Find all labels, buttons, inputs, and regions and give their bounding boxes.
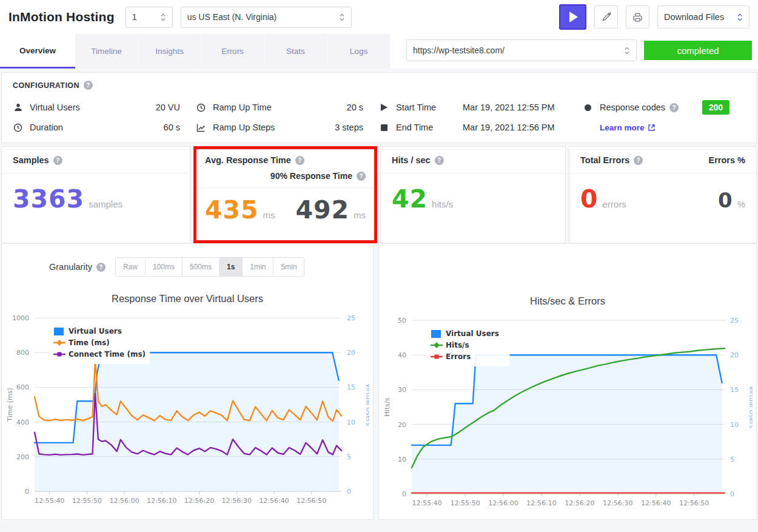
avg-response-label: Avg. Response Time: [205, 155, 291, 165]
help-icon[interactable]: ?: [435, 156, 444, 165]
edit-button[interactable]: [594, 5, 618, 29]
avg-response-card: Avg. Response Time ? 90% Response Time ?…: [193, 146, 377, 243]
granularity-1s-button[interactable]: 1s: [220, 258, 243, 276]
svg-text:10: 10: [347, 419, 355, 426]
play-icon: [569, 12, 578, 22]
chevron-updown-icon: [731, 12, 743, 22]
granularity-500ms-button[interactable]: 500ms: [183, 258, 220, 276]
svg-text:20: 20: [398, 421, 406, 429]
instance-count-select[interactable]: 1: [126, 7, 173, 28]
avg-response-unit: ms: [263, 210, 275, 220]
tab-overview[interactable]: Overview: [0, 34, 75, 69]
svg-text:200: 200: [16, 453, 29, 461]
print-button[interactable]: [626, 5, 649, 29]
tab-stats[interactable]: Stats: [264, 34, 327, 69]
help-icon[interactable]: ?: [634, 156, 643, 165]
svg-text:Virtual Users: Virtual Users: [69, 327, 122, 335]
svg-text:12:55:50: 12:55:50: [450, 499, 480, 507]
tab-insights[interactable]: Insights: [138, 34, 201, 69]
config-value: 20 VU: [156, 103, 180, 112]
hits-errors-chart-title: Hits/sec & Errors: [379, 295, 756, 307]
granularity-5min-button[interactable]: 5min: [273, 258, 304, 276]
svg-text:Time (ms): Time (ms): [69, 338, 110, 347]
run-test-button[interactable]: [559, 4, 586, 30]
response-time-chart: 12:55:4012:55:5012:56:0012:56:1012:56:20…: [5, 309, 369, 514]
clock-icon: [196, 103, 206, 112]
status-badge: completed: [644, 41, 752, 60]
config-value: 20 s: [347, 103, 363, 112]
hits-errors-chart: 12:55:4012:55:5012:56:0012:56:1012:56:20…: [383, 312, 753, 517]
svg-text:25: 25: [347, 314, 355, 322]
svg-text:Hits/s: Hits/s: [383, 397, 391, 416]
config-label: Duration: [30, 123, 63, 132]
total-errors-label: Total Errors: [580, 155, 629, 165]
svg-text:20: 20: [730, 351, 739, 359]
svg-text:0: 0: [25, 488, 29, 496]
config-response-codes: Response codes ? 200: [583, 100, 745, 115]
config-label: Ramp Up Steps: [213, 123, 275, 132]
config-label: End Time: [396, 123, 454, 132]
url-select[interactable]: https://wp-testsite8.com/: [406, 39, 637, 61]
config-ramp-up-time: Ramp Up Time 20 s: [196, 100, 379, 115]
svg-text:10: 10: [730, 421, 739, 429]
p90-response-value: 492: [295, 198, 349, 223]
configuration-card: CONFIGURATION ? Virtual Users 20 VU Ramp…: [1, 72, 757, 143]
svg-text:600: 600: [16, 383, 29, 391]
config-end-time: End Time Mar 19, 2021 12:56 PM: [379, 123, 583, 132]
granularity-1min-button[interactable]: 1min: [243, 258, 273, 276]
help-icon[interactable]: ?: [669, 103, 679, 112]
help-icon[interactable]: ?: [96, 263, 106, 272]
svg-text:0: 0: [402, 490, 406, 498]
svg-text:0: 0: [347, 488, 351, 496]
svg-text:12:56:50: 12:56:50: [297, 497, 326, 505]
hits-label: Hits / sec: [392, 155, 431, 165]
total-errors-value: 0: [580, 187, 599, 212]
granularity-raw-button[interactable]: Raw: [116, 258, 146, 276]
svg-text:15: 15: [347, 383, 355, 391]
svg-text:25: 25: [730, 317, 739, 325]
stop-icon: [379, 124, 389, 131]
response-time-chart-card: Granularity ? Raw 100ms 500ms 1s 1min 5m…: [1, 243, 374, 520]
config-virtual-users: Virtual Users 20 VU: [13, 100, 196, 115]
svg-text:400: 400: [16, 419, 29, 426]
help-icon[interactable]: ?: [295, 156, 304, 165]
ramp-icon: [196, 123, 206, 132]
svg-text:12:56:00: 12:56:00: [488, 499, 518, 507]
url-value: https://wp-testsite8.com/: [413, 45, 505, 55]
samples-card: Samples ? 3363 samples: [1, 146, 190, 243]
region-select[interactable]: us US East (N. Virginia): [181, 7, 352, 28]
svg-text:5: 5: [730, 456, 734, 463]
errors-card: Total Errors ? Errors % 0 errors 0 %: [569, 146, 757, 243]
samples-label: Samples: [13, 155, 49, 165]
config-label: Response codes: [600, 103, 665, 112]
svg-text:12:56:40: 12:56:40: [259, 497, 289, 505]
response-time-chart-title: Response Time over Virtual Users: [2, 293, 373, 305]
svg-text:12:55:40: 12:55:40: [35, 497, 64, 505]
config-value: Mar 19, 2021 12:55 PM: [463, 103, 555, 112]
circle-icon: [583, 104, 593, 111]
help-icon[interactable]: ?: [53, 156, 62, 165]
errors-pct-label: Errors %: [709, 155, 745, 165]
chevron-updown-icon: [333, 12, 345, 22]
svg-text:Virtual Users: Virtual Users: [748, 386, 753, 429]
svg-text:12:56:30: 12:56:30: [603, 499, 632, 507]
hits-errors-chart-card: Hits/sec & Errors 12:55:4012:55:5012:56:…: [378, 243, 757, 520]
help-icon[interactable]: ?: [357, 172, 366, 181]
svg-text:12:56:20: 12:56:20: [184, 497, 214, 505]
total-errors-unit: errors: [603, 199, 626, 209]
learn-more-link[interactable]: Learn more: [600, 123, 656, 132]
granularity-100ms-button[interactable]: 100ms: [146, 258, 183, 276]
config-value: 60 s: [164, 123, 180, 132]
tab-errors[interactable]: Errors: [201, 34, 264, 69]
config-label: Start Time: [396, 103, 454, 112]
tab-logs[interactable]: Logs: [327, 34, 391, 69]
help-icon[interactable]: ?: [84, 81, 93, 90]
svg-text:Time (ms): Time (ms): [6, 388, 14, 422]
download-files-select[interactable]: Download Files: [657, 5, 750, 29]
granularity-row: Granularity ? Raw 100ms 500ms 1s 1min 5m…: [49, 257, 373, 277]
avg-response-value: 435: [205, 198, 259, 223]
learn-more-label: Learn more: [600, 123, 645, 132]
tab-timeline[interactable]: Timeline: [75, 34, 138, 69]
samples-value: 3363: [13, 187, 84, 212]
svg-text:12:56:20: 12:56:20: [565, 499, 594, 507]
